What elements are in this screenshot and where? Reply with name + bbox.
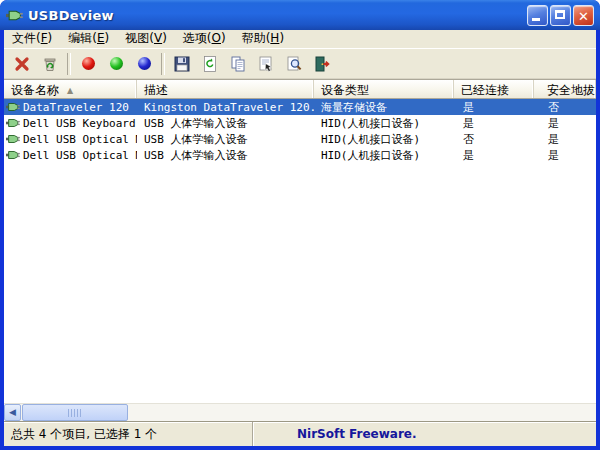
- minimize-button[interactable]: [527, 5, 548, 26]
- refresh-button[interactable]: [196, 51, 224, 77]
- find-button[interactable]: [280, 51, 308, 77]
- sort-ascending-icon: ▲: [67, 86, 73, 95]
- green-ball-icon: [110, 57, 123, 70]
- blue-ball-icon: [138, 57, 151, 70]
- table-row[interactable]: Dell USB Optical M... USB 人体学输入设备 HID(人机…: [4, 131, 596, 147]
- refresh-icon: [201, 55, 219, 73]
- window-bottom-border: [0, 446, 600, 450]
- menu-options[interactable]: 选项(O): [175, 29, 234, 49]
- copy-button[interactable]: [224, 51, 252, 77]
- column-header-connected[interactable]: 已经连接: [454, 80, 534, 98]
- usb-plug-icon: [6, 7, 23, 24]
- close-icon: ✕: [574, 7, 593, 26]
- table-row[interactable]: DataTraveler 120 Kingston DataTraveler 1…: [4, 99, 596, 115]
- find-icon: [285, 55, 303, 73]
- table-row[interactable]: Dell USB Keyboard USB 人体学输入设备 HID(人机接口设备…: [4, 115, 596, 131]
- list-header: 设备名称▲ 描述 设备类型 已经连接 安全地拔出: [4, 80, 596, 99]
- usb-device-icon: [6, 132, 20, 146]
- status-bar: 总共 4 个项目, 已选择 1 个 NirSoft Freeware.: [4, 421, 596, 446]
- maximize-button[interactable]: [550, 5, 571, 26]
- close-button[interactable]: ✕: [573, 5, 594, 26]
- column-header-safe-to-unplug[interactable]: 安全地拔出: [534, 80, 596, 98]
- properties-icon: [257, 55, 275, 73]
- properties-button[interactable]: [252, 51, 280, 77]
- list-empty-area: [4, 163, 596, 403]
- menu-help[interactable]: 帮助(H): [234, 29, 292, 49]
- minimize-icon: [532, 18, 540, 21]
- status-item-count: 总共 4 个项目, 已选择 1 个: [4, 422, 253, 446]
- title-bar: USBDeview ✕: [0, 0, 600, 30]
- column-header-device-name[interactable]: 设备名称▲: [4, 80, 137, 98]
- table-row[interactable]: Dell USB Optical M... USB 人体学输入设备 HID(人机…: [4, 147, 596, 163]
- disable-device-button[interactable]: [74, 51, 102, 77]
- exit-button[interactable]: [308, 51, 336, 77]
- usb-device-icon: [6, 100, 20, 114]
- copy-icon: [229, 55, 247, 73]
- usb-device-icon: [6, 116, 20, 130]
- device-list: 设备名称▲ 描述 设备类型 已经连接 安全地拔出 DataTraveler 12…: [4, 79, 596, 421]
- scrollbar-thumb[interactable]: [22, 404, 128, 421]
- menu-file[interactable]: 文件(F): [4, 29, 60, 49]
- recycle-bin-icon: [41, 55, 59, 73]
- exit-door-icon: [313, 55, 331, 73]
- restart-device-button[interactable]: [130, 51, 158, 77]
- uninstall-device-button[interactable]: [8, 51, 36, 77]
- horizontal-scrollbar: ◀: [4, 403, 596, 421]
- usbdeview-window: USBDeview ✕ 文件(F) 编辑(E) 视图(V) 选项(O) 帮助(H…: [0, 0, 600, 450]
- save-floppy-icon: [173, 55, 191, 73]
- scrollbar-track[interactable]: [128, 404, 596, 421]
- enable-device-button[interactable]: [102, 51, 130, 77]
- toolbar-separator: [161, 53, 165, 75]
- toolbar-separator: [67, 53, 71, 75]
- maximize-icon: [555, 10, 565, 19]
- scrollbar-grip-icon: [68, 409, 82, 417]
- scroll-left-button[interactable]: ◀: [4, 404, 21, 421]
- toolbar: [4, 49, 596, 79]
- menu-edit[interactable]: 编辑(E): [60, 29, 117, 49]
- status-brand: NirSoft Freeware.: [253, 427, 417, 441]
- save-button[interactable]: [168, 51, 196, 77]
- red-ball-icon: [82, 57, 95, 70]
- menu-bar: 文件(F) 编辑(E) 视图(V) 选项(O) 帮助(H): [4, 30, 596, 49]
- uninstall-x-icon: [13, 55, 31, 73]
- menu-view[interactable]: 视图(V): [117, 29, 175, 49]
- column-header-device-type[interactable]: 设备类型: [314, 80, 454, 98]
- usb-device-icon: [6, 148, 20, 162]
- window-title: USBDeview: [28, 8, 525, 23]
- column-header-description[interactable]: 描述: [137, 80, 314, 98]
- recycle-bin-button[interactable]: [36, 51, 64, 77]
